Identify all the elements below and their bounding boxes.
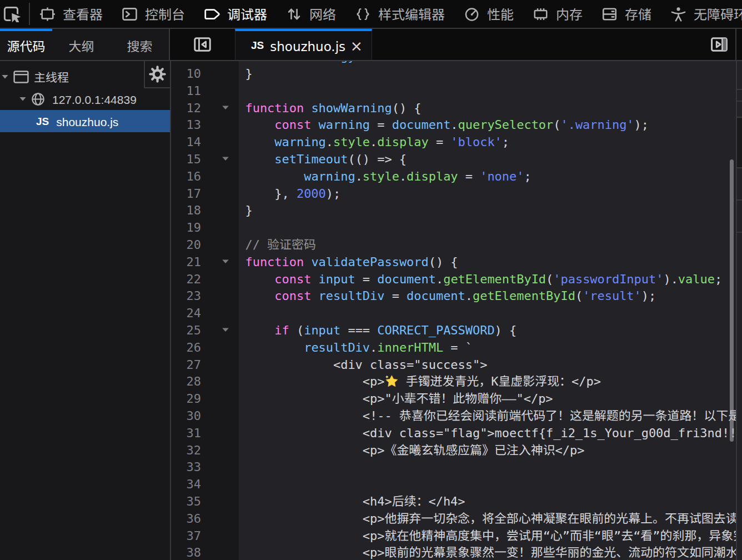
debugger-header-bar: 源代码大纲搜索 JSshouzhuo.js×	[0, 29, 742, 61]
line-number[interactable]: 17	[171, 184, 201, 202]
code-line-text: <p>眼前的光幕景象骤然一变！那些华丽的金光、流动的符文如同潮水般	[245, 543, 736, 560]
toolbox-tab-styleeditor[interactable]: 样式编辑器	[345, 0, 454, 28]
line-number[interactable]: 21	[171, 253, 201, 270]
toolbox-tab-label: 调试器	[227, 7, 267, 21]
pane-tab-search[interactable]: 搜索	[111, 29, 169, 60]
code-line-text: const warning = document.querySelector('…	[245, 116, 736, 133]
line-number[interactable]: 18	[171, 201, 201, 218]
source-tab[interactable]: JSshouzhuo.js×	[235, 29, 372, 60]
line-number[interactable]: 36	[171, 509, 201, 527]
code-line-text: function validatePassword() {	[245, 253, 736, 270]
code-line: 31 <div class="flag">moectf{f_i2_1s_Your…	[171, 424, 736, 441]
code-token-plain	[245, 270, 275, 287]
fold-arrow-icon[interactable]	[222, 156, 229, 161]
toolbox-tab-console[interactable]: 控制台	[112, 0, 194, 28]
code-token-comment: // 验证密码	[245, 236, 316, 252]
line-number[interactable]: 19	[171, 218, 201, 236]
fold-arrow-icon[interactable]	[222, 327, 229, 332]
expand-arrow-icon[interactable]	[19, 96, 27, 102]
sources-settings-button[interactable]	[144, 61, 170, 88]
code-line-text: warning.style.display = 'none';	[245, 167, 736, 184]
node-picker-button[interactable]	[1, 0, 24, 28]
code-editor[interactable]: 9 checkEnergy10}1112function showWarning…	[171, 61, 736, 560]
source-tab-filename: shouzhuo.js	[270, 36, 345, 55]
line-number[interactable]: 14	[171, 133, 201, 150]
line-number[interactable]: 37	[171, 527, 201, 544]
expand-arrow-icon[interactable]	[1, 74, 9, 79]
line-number[interactable]: 20	[171, 236, 201, 253]
code-token-plain: ) {	[495, 321, 517, 338]
code-token-plain	[245, 287, 275, 303]
source-tree-item[interactable]: JSshouzhuo.js	[0, 110, 170, 132]
line-number[interactable]: 16	[171, 167, 201, 184]
line-number[interactable]: 32	[171, 441, 201, 458]
code-line: 14 warning.style.display = 'block';	[171, 133, 736, 150]
code-token-plain: (	[289, 321, 304, 338]
code-token-plain: );	[326, 184, 340, 201]
line-number[interactable]: 13	[171, 116, 201, 133]
inspector-icon	[39, 6, 56, 22]
line-number[interactable]: 33	[171, 458, 201, 475]
toolbox-tab-inspector[interactable]: 查看器	[30, 0, 112, 28]
collapse-sources-pane-button[interactable]	[170, 29, 235, 60]
source-tree-item[interactable]: 127.0.0.1:44839	[0, 88, 170, 110]
code-token-plain: () {	[429, 253, 458, 269]
line-number[interactable]: 26	[171, 338, 201, 356]
line-number[interactable]: 27	[171, 356, 201, 373]
code-token-variable: resultDiv	[319, 287, 385, 303]
fold-arrow-icon[interactable]	[222, 105, 229, 110]
code-token-plain: <!-- 恭喜你已经会阅读前端代码了！这是解题的另一条道路！以下是彩蛋 -->	[245, 407, 736, 423]
line-number[interactable]: 24	[171, 304, 201, 321]
line-number[interactable]: 12	[171, 99, 201, 116]
code-token-plain	[245, 61, 275, 64]
line-number[interactable]: 11	[171, 82, 201, 99]
line-number[interactable]: 23	[171, 287, 201, 304]
fold-arrow-icon[interactable]	[222, 259, 229, 264]
line-number[interactable]: 28	[171, 372, 201, 389]
code-token-plain: <p>"小辈不错！此物赠你——"</p>	[245, 389, 553, 406]
line-number[interactable]: 30	[171, 407, 201, 424]
line-number[interactable]: 22	[171, 270, 201, 287]
code-token-plain: );	[634, 116, 649, 132]
line-number[interactable]: 29	[171, 389, 201, 407]
code-line-text: setTimeout(() => {	[245, 150, 736, 167]
code-line-text: resultDiv.innerHTML = `	[245, 338, 736, 356]
toolbox-tab-accessibility[interactable]: 无障碍环境	[661, 0, 742, 28]
editor-vertical-scrollbar[interactable]	[730, 159, 734, 442]
line-number[interactable]: 31	[171, 424, 201, 441]
line-number[interactable]: 15	[171, 150, 201, 167]
toolbox-tab-debugger[interactable]: 调试器	[194, 0, 277, 28]
code-token-variable: showWarning	[311, 99, 392, 116]
toolbox-tab-storage[interactable]: 存储	[592, 0, 661, 28]
code-line: 36 <p>他摒弃一切杂念，将全部心神凝聚在眼前的光幕上。不再试图去读懂	[171, 509, 736, 527]
code-token-plain: (() => {	[348, 150, 407, 167]
line-number[interactable]: 10	[171, 64, 201, 82]
line-number[interactable]: 25	[171, 321, 201, 338]
toolbox-tab-memory[interactable]: 内存	[523, 0, 592, 28]
source-tab-list: JSshouzhuo.js×	[235, 29, 372, 60]
line-number[interactable]: 38	[171, 543, 201, 560]
code-token-plain: = `	[443, 338, 473, 355]
code-token-plain: () {	[392, 99, 422, 116]
code-token-keyword: const	[274, 287, 311, 303]
style-editor-icon	[355, 6, 371, 22]
code-token-plain: .	[436, 270, 443, 287]
toolbox-tab-network[interactable]: 网络	[277, 0, 345, 28]
toolbox-tab-performance[interactable]: 性能	[454, 0, 523, 28]
pane-tab-sources[interactable]: 源代码	[0, 29, 52, 60]
gear-icon	[149, 66, 166, 83]
line-number[interactable]: 34	[171, 475, 201, 492]
expand-panes-button[interactable]	[706, 29, 732, 60]
pane-tab-outline[interactable]: 大纲	[52, 29, 111, 60]
js-file-icon: JS	[36, 116, 49, 127]
close-tab-button[interactable]: ×	[350, 38, 363, 53]
code-token-plain: (	[546, 270, 553, 287]
code-line: 12function showWarning() {	[171, 99, 736, 116]
line-number[interactable]: 35	[171, 492, 201, 509]
code-token-plain: (	[575, 287, 583, 303]
code-token-plain	[311, 287, 318, 303]
toolbox-tab-label: 存储	[625, 7, 651, 21]
code-token-property: display	[407, 167, 458, 184]
right-pane-divider	[737, 89, 742, 90]
window-icon	[13, 71, 29, 83]
